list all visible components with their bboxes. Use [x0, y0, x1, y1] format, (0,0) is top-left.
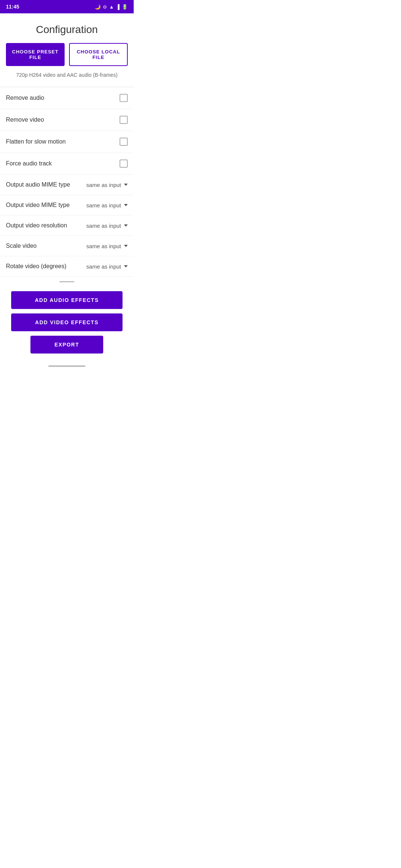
option-remove-video: Remove video [0, 109, 134, 131]
buttons-row: CHOOSE PRESET FILE CHOOSE LOCAL FILE [0, 43, 134, 72]
separator-line [59, 281, 74, 282]
force-audio-label: Force audio track [6, 160, 52, 167]
audio-mime-chevron [124, 184, 128, 186]
signal-icon: ▐ [116, 4, 120, 10]
dropdown-video-mime: Output video MIME type same as input [0, 195, 134, 216]
add-audio-effects-button[interactable]: ADD AUDIO EFFECTS [11, 291, 123, 309]
home-bar-line [48, 365, 85, 367]
choose-local-button[interactable]: CHOOSE LOCAL FILE [69, 43, 128, 66]
video-resolution-label: Output video resolution [6, 222, 87, 229]
home-bar [0, 362, 134, 371]
option-force-audio: Force audio track [0, 153, 134, 175]
status-bar: 11:45 🌙 ⊖ ▲ ▐ 🔋 [0, 0, 134, 13]
video-mime-chevron [124, 204, 128, 206]
audio-mime-label: Output audio MIME type [6, 181, 87, 188]
remove-video-checkbox[interactable] [120, 116, 128, 124]
video-resolution-dropdown[interactable]: same as input [87, 223, 128, 229]
rotate-video-value: same as input [87, 263, 121, 270]
page-title-container: Configuration [0, 13, 134, 43]
flatten-slow-checkbox[interactable] [120, 138, 128, 146]
video-resolution-value: same as input [87, 223, 121, 229]
circle-icon: ⊖ [103, 4, 107, 10]
dropdown-rotate-video: Rotate video (degrees) same as input [0, 256, 134, 277]
rotate-video-label: Rotate video (degrees) [6, 263, 87, 270]
video-mime-dropdown[interactable]: same as input [87, 202, 128, 208]
scale-video-label: Scale video [6, 243, 87, 249]
status-icons: 🌙 ⊖ ▲ ▐ 🔋 [95, 4, 128, 10]
battery-icon: 🔋 [122, 4, 128, 10]
option-flatten-slow: Flatten for slow motion [0, 131, 134, 153]
scale-video-dropdown[interactable]: same as input [87, 243, 128, 249]
action-buttons: ADD AUDIO EFFECTS ADD VIDEO EFFECTS EXPO… [0, 288, 134, 362]
video-mime-value: same as input [87, 202, 121, 208]
moon-icon: 🌙 [95, 4, 101, 10]
audio-mime-value: same as input [87, 182, 121, 188]
rotate-video-chevron [124, 265, 128, 267]
page-title: Configuration [6, 24, 128, 36]
video-resolution-chevron [124, 224, 128, 227]
dropdown-video-resolution: Output video resolution same as input [0, 216, 134, 236]
status-time: 11:45 [6, 4, 19, 10]
dropdown-audio-mime: Output audio MIME type same as input [0, 175, 134, 195]
dropdown-scale-video: Scale video same as input [0, 236, 134, 256]
video-mime-label: Output video MIME type [6, 202, 87, 208]
remove-audio-label: Remove audio [6, 95, 44, 101]
flatten-slow-label: Flatten for slow motion [6, 138, 66, 145]
scale-video-chevron [124, 245, 128, 247]
choose-preset-button[interactable]: CHOOSE PRESET FILE [6, 43, 65, 66]
scale-video-value: same as input [87, 243, 121, 249]
remove-video-label: Remove video [6, 116, 44, 123]
force-audio-checkbox[interactable] [120, 160, 128, 168]
option-remove-audio: Remove audio [0, 87, 134, 109]
export-button[interactable]: EXPORT [30, 336, 104, 354]
subtitle: 720p H264 video and AAC audio (B-frames) [0, 72, 134, 87]
wifi-icon: ▲ [109, 4, 114, 10]
audio-mime-dropdown[interactable]: same as input [87, 182, 128, 188]
add-video-effects-button[interactable]: ADD VIDEO EFFECTS [11, 313, 123, 331]
remove-audio-checkbox[interactable] [120, 94, 128, 102]
rotate-video-dropdown[interactable]: same as input [87, 263, 128, 270]
